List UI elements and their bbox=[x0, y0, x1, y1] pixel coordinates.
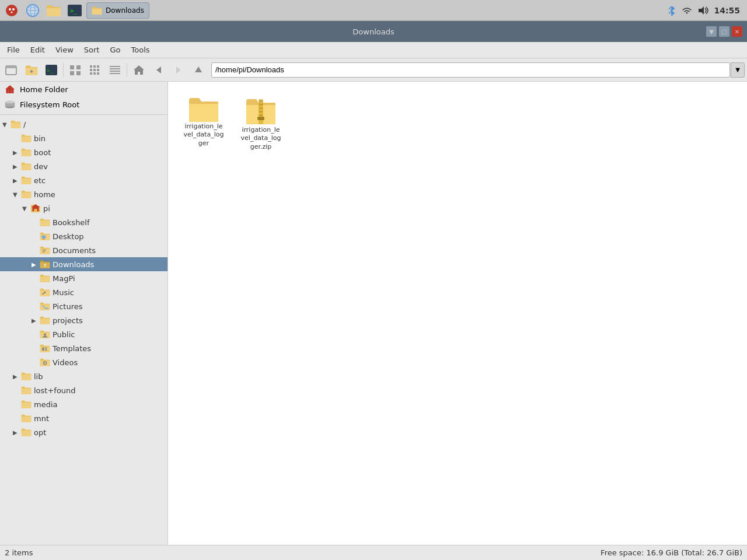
folder-bookshelf-icon bbox=[40, 218, 50, 227]
svg-marker-43 bbox=[176, 66, 181, 74]
tree-label-root: / bbox=[23, 120, 26, 129]
svg-point-61 bbox=[44, 292, 46, 293]
active-window-button[interactable]: Downloads bbox=[86, 2, 149, 19]
window-titlebar: Downloads ▼ □ ✕ bbox=[0, 21, 747, 42]
svg-point-49 bbox=[5, 100, 15, 103]
file-item-zip[interactable]: irrigation_level_data_logger.zip bbox=[235, 91, 287, 156]
svg-rect-30 bbox=[97, 65, 99, 68]
tree-row-pictures[interactable]: ▶ Pictures bbox=[0, 299, 167, 313]
wifi-icon bbox=[681, 6, 693, 15]
bookmark-filesystem[interactable]: Filesystem Root bbox=[0, 97, 167, 112]
tree-label-desktop: Desktop bbox=[53, 232, 84, 241]
tree-label-opt: opt bbox=[34, 428, 46, 437]
tree-row-boot[interactable]: ▶ boot bbox=[0, 145, 167, 159]
new-window-button[interactable] bbox=[2, 61, 21, 79]
tree-row-desktop[interactable]: ▶ Desktop bbox=[0, 229, 167, 243]
tree-row-pi[interactable]: ▼ pi bbox=[0, 201, 167, 215]
tree-row-templates[interactable]: ▶ Templates bbox=[0, 341, 167, 355]
bookmark-home[interactable]: Home Folder bbox=[0, 82, 167, 97]
tree-row-public[interactable]: ▶ Public bbox=[0, 327, 167, 341]
svg-marker-42 bbox=[156, 66, 161, 74]
toolbar: >_ bbox=[0, 58, 747, 82]
terminal-icon[interactable]: >_ bbox=[65, 1, 84, 20]
forward-button[interactable] bbox=[169, 61, 188, 79]
raspberry-icon[interactable] bbox=[2, 1, 21, 20]
menu-view[interactable]: View bbox=[51, 44, 78, 56]
address-bar[interactable] bbox=[211, 62, 730, 78]
statusbar: 2 items Free space: 16.9 GiB (Total: 26.… bbox=[0, 545, 747, 560]
tree-label-downloads: Downloads bbox=[53, 260, 94, 269]
svg-rect-37 bbox=[110, 66, 120, 67]
expand-boot: ▶ bbox=[13, 149, 21, 156]
tree-row-projects[interactable]: ▶ projects bbox=[0, 313, 167, 327]
svg-rect-67 bbox=[45, 349, 47, 351]
folder-bin-icon bbox=[21, 134, 32, 143]
tree-row-mnt[interactable]: ▶ mnt bbox=[0, 411, 167, 425]
new-folder-button[interactable] bbox=[22, 61, 41, 79]
back-button[interactable] bbox=[149, 61, 168, 79]
tree-row-etc[interactable]: ▶ etc bbox=[0, 173, 167, 187]
tree-row-music[interactable]: ▶ Music bbox=[0, 285, 167, 299]
tree-row-documents[interactable]: ▶ Documents bbox=[0, 243, 167, 257]
toolbar-sep-2 bbox=[127, 63, 127, 77]
home-folder-label: Home Folder bbox=[20, 85, 68, 94]
minimize-button[interactable]: ▼ bbox=[706, 26, 717, 37]
globe-icon[interactable] bbox=[23, 1, 42, 20]
tree-row-bookshelf[interactable]: ▶ Bookshelf bbox=[0, 215, 167, 229]
tree-label-bin: bin bbox=[34, 134, 46, 143]
taskbar: >_ Downloads 14:55 bbox=[0, 0, 747, 21]
menu-go[interactable]: Go bbox=[105, 44, 125, 56]
folder-opt-icon bbox=[21, 428, 32, 437]
tree-row-root[interactable]: ▼ / bbox=[0, 117, 167, 131]
menu-sort[interactable]: Sort bbox=[79, 44, 104, 56]
svg-rect-57 bbox=[43, 252, 44, 253]
home-button[interactable] bbox=[130, 61, 148, 79]
svg-rect-36 bbox=[97, 72, 99, 75]
file-panel[interactable]: irrigation_level_data_logger irrigatio bbox=[168, 82, 747, 545]
folder-videos-icon bbox=[40, 358, 50, 367]
up-button[interactable] bbox=[189, 61, 208, 79]
expand-pictures: ▶ bbox=[32, 303, 40, 310]
close-button[interactable]: ✕ bbox=[732, 26, 742, 37]
expand-music: ▶ bbox=[32, 289, 40, 296]
folder-root-icon bbox=[11, 120, 21, 129]
file-item-folder[interactable]: irrigation_level_data_logger bbox=[177, 91, 230, 156]
tree-label-media: media bbox=[34, 400, 58, 409]
expand-opt: ▶ bbox=[13, 429, 21, 436]
address-dropdown-button[interactable]: ▼ bbox=[731, 62, 745, 78]
svg-point-2 bbox=[12, 8, 15, 10]
sidebar-scroll[interactable]: Home Folder Filesystem Root ▼ / bbox=[0, 82, 167, 545]
tree-label-magpi: MagPi bbox=[53, 274, 75, 283]
folder-lost-found-icon bbox=[21, 386, 32, 395]
open-terminal-button[interactable]: >_ bbox=[42, 61, 61, 79]
icon-view-button[interactable] bbox=[66, 61, 85, 79]
svg-rect-28 bbox=[90, 65, 92, 68]
tree-row-opt[interactable]: ▶ opt bbox=[0, 425, 167, 439]
tree-row-downloads[interactable]: ▶ Downloads bbox=[0, 257, 167, 271]
tree-row-dev[interactable]: ▶ dev bbox=[0, 159, 167, 173]
tree-row-home[interactable]: ▼ home bbox=[0, 187, 167, 201]
menu-file[interactable]: File bbox=[2, 44, 25, 56]
menu-edit[interactable]: Edit bbox=[26, 44, 50, 56]
maximize-button[interactable]: □ bbox=[719, 26, 729, 37]
home-bookmark-icon bbox=[5, 85, 15, 94]
menu-tools[interactable]: Tools bbox=[127, 44, 155, 56]
tree-row-media[interactable]: ▶ media bbox=[0, 397, 167, 411]
tree-row-videos[interactable]: ▶ Videos bbox=[0, 355, 167, 369]
svg-point-60 bbox=[42, 293, 44, 295]
tree-label-dev: dev bbox=[34, 162, 48, 171]
tree-row-magpi[interactable]: ▶ MagPi bbox=[0, 271, 167, 285]
list-view-button[interactable] bbox=[106, 61, 124, 79]
compact-view-button[interactable] bbox=[86, 61, 104, 79]
tree-row-bin[interactable]: ▶ bin bbox=[0, 131, 167, 145]
folder-media-icon bbox=[21, 400, 32, 409]
tree-label-pi: pi bbox=[43, 204, 50, 213]
expand-dev: ▶ bbox=[13, 163, 21, 170]
folder-icon[interactable] bbox=[44, 1, 63, 20]
tree-row-lib[interactable]: ▶ lib bbox=[0, 369, 167, 383]
svg-point-62 bbox=[43, 306, 44, 307]
expand-magpi: ▶ bbox=[32, 275, 40, 282]
folder-music-icon bbox=[40, 288, 50, 297]
expand-lost-found: ▶ bbox=[13, 387, 21, 394]
tree-row-lost-found[interactable]: ▶ lost+found bbox=[0, 383, 167, 397]
